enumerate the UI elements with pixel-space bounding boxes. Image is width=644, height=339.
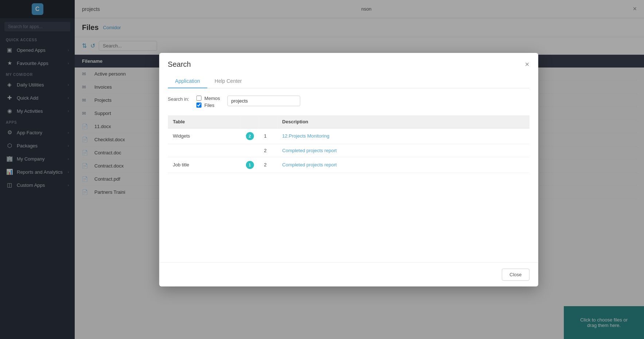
modal-footer: Close [159,262,538,286]
modal-header: Search × [159,53,538,69]
result-index: 1 [259,128,277,144]
tab-application[interactable]: Application [168,74,207,88]
results-table: Table Description Widgets 2 1 12.Project… [168,115,529,173]
table-row: 2 Completed projects report [168,144,529,157]
result-description[interactable]: Completed projects report [277,157,529,173]
close-button[interactable]: Close [502,269,529,281]
memos-checkbox-label[interactable]: Memos [196,96,220,101]
result-link[interactable]: 12.Projects Monitoring [282,133,329,139]
result-link[interactable]: Completed projects report [282,148,337,153]
table-row: Job title 1 2 Completed projects report [168,157,529,173]
result-table-name [168,144,241,157]
search-in-checks: Memos Files [196,96,220,108]
result-description[interactable]: Completed projects report [277,144,529,157]
modal-title: Search [168,60,525,69]
search-in-row: Search in: Memos Files [168,96,529,108]
files-checkbox-label[interactable]: Files [196,103,220,108]
result-badge [241,144,259,157]
modal-close-button[interactable]: × [525,61,530,68]
table-row: Widgets 2 1 12.Projects Monitoring [168,128,529,144]
files-label: Files [204,103,214,108]
table-header-table: Table [168,115,241,128]
memos-checkbox[interactable] [196,96,202,101]
result-index: 2 [259,144,277,157]
modal-tabs: Application Help Center [168,74,529,88]
result-description[interactable]: 12.Projects Monitoring [277,128,529,144]
result-badge: 2 [241,128,259,144]
table-header-index [259,115,277,128]
search-modal: Search × Application Help Center Search … [159,53,538,286]
modal-search-input[interactable] [227,96,300,106]
table-header-description: Description [277,115,529,128]
tab-help-center[interactable]: Help Center [207,74,249,88]
search-in-label: Search in: [168,96,189,102]
result-table-name: Job title [168,157,241,173]
memos-label: Memos [204,96,220,101]
result-table-name: Widgets [168,128,241,144]
modal-body: Search in: Memos Files Table Des [159,88,538,262]
files-checkbox[interactable] [196,103,202,108]
result-link[interactable]: Completed projects report [282,162,337,167]
result-index: 2 [259,157,277,173]
table-header-num [241,115,259,128]
result-badge: 1 [241,157,259,173]
